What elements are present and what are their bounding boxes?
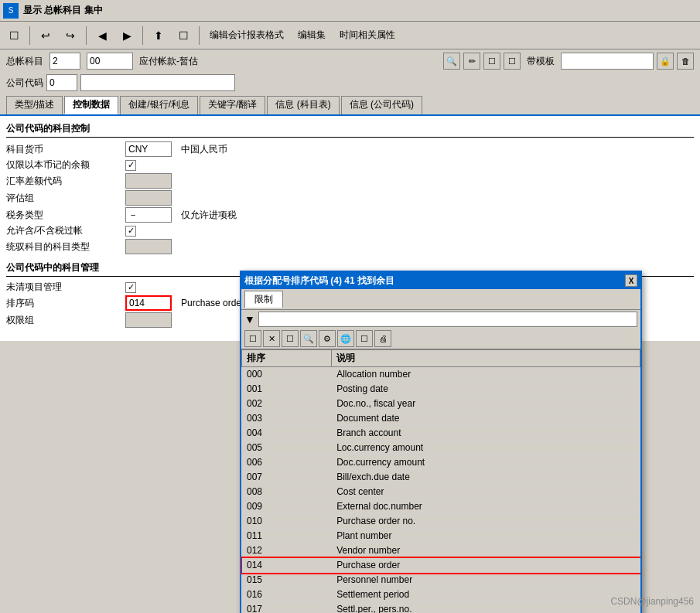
toolbar-btn-1[interactable]: ☐ — [3, 25, 25, 46]
table-row[interactable]: 012Vendor number — [242, 543, 640, 558]
separator-1 — [29, 26, 30, 45]
col-desc: 说明 — [332, 350, 640, 367]
company-code-field[interactable] — [46, 74, 77, 91]
table-row[interactable]: 005Loc.currency amount — [242, 441, 640, 455]
icon-search[interactable]: 🔍 — [443, 53, 460, 70]
modal-tool-5[interactable]: ⚙ — [319, 330, 336, 347]
tab-info-chart[interactable]: 信息 (科目表) — [267, 96, 339, 114]
sort-key-value[interactable] — [125, 295, 172, 311]
table-row[interactable]: 016Settlement period — [242, 587, 640, 602]
modal-tab-area: 限制 — [241, 289, 640, 310]
modal-title-bar: 根据分配号排序代码 (4) 41 找到余目 X — [241, 272, 640, 289]
table-row[interactable]: 004Branch account — [242, 426, 640, 441]
table-row[interactable]: 015Personnel number — [242, 573, 640, 587]
modal-tool-2[interactable]: ✕ — [263, 330, 280, 347]
tab-info-company[interactable]: 信息 (公司代码) — [341, 96, 422, 114]
separator-4 — [199, 26, 200, 45]
sort-desc-cell: Purchase order — [332, 558, 640, 573]
table-row[interactable]: 014Purchase order — [242, 558, 640, 573]
edit-set-btn[interactable]: 编辑集 — [292, 26, 331, 45]
table-row[interactable]: 009External doc.number — [242, 499, 640, 514]
icon-edit[interactable]: ✏ — [463, 53, 480, 70]
table-row[interactable]: 017Settl.per., pers.no. — [242, 602, 640, 614]
sort-desc-cell: Allocation number — [332, 367, 640, 382]
modal-tool-8[interactable]: 🖨 — [374, 330, 391, 347]
toolbar-undo[interactable]: ↩ — [35, 25, 56, 46]
tab-create-bank[interactable]: 创建/银行/利息 — [120, 96, 198, 114]
modal-toolbar: ☐ ✕ ☐ 🔍 ⚙ 🌐 ☐ 🖨 — [241, 329, 640, 349]
sort-desc-cell: Loc.currency amount — [332, 441, 640, 455]
local-currency-label: 仅限以本币记的余额 — [6, 158, 122, 172]
icon-delete[interactable]: 🗑 — [677, 53, 694, 70]
modal-tool-6[interactable]: 🌐 — [337, 330, 354, 347]
company-code-label: 公司代码 — [6, 77, 43, 90]
icon-template[interactable]: ☐ — [504, 53, 521, 70]
open-item-label: 未清项目管理 — [6, 281, 122, 294]
auth-group-value[interactable] — [125, 312, 172, 328]
section-account-control: 公司代码的科目控制 科目货币 中国人民币 仅限以本币记的余额 汇率差额代码 评估… — [6, 122, 694, 255]
tab-control-data[interactable]: 控制数据 — [64, 96, 118, 114]
eval-group-value[interactable] — [125, 190, 172, 206]
time-related-btn[interactable]: 时间相关属性 — [334, 26, 401, 45]
account-field-2[interactable] — [87, 53, 133, 70]
table-row[interactable]: 010Purchase order no. — [242, 514, 640, 529]
header-icons: 🔍 ✏ ☐ ☐ 带模板 🔒 🗑 — [443, 53, 694, 70]
table-row[interactable]: 003Document date — [242, 411, 640, 426]
modal-tool-7[interactable]: ☐ — [356, 330, 373, 347]
toolbar-page[interactable]: ☐ — [172, 25, 194, 46]
account-label: 总帐科目 — [6, 55, 43, 68]
sort-key-label: 排序码 — [6, 297, 122, 310]
open-item-checkbox[interactable] — [125, 282, 136, 293]
sort-code-cell: 011 — [242, 529, 332, 543]
toolbar-redo[interactable]: ↪ — [60, 25, 81, 46]
modal-filter-input[interactable] — [258, 312, 637, 327]
currency-value[interactable] — [125, 141, 172, 157]
table-row[interactable]: 006Doc.currency amount — [242, 455, 640, 470]
icon-lock[interactable]: 🔒 — [657, 53, 674, 70]
toolbar-next[interactable]: ▶ — [116, 25, 138, 46]
sort-desc-cell: Plant number — [332, 529, 640, 543]
eval-group-label: 评估组 — [6, 192, 122, 205]
modal-tool-4[interactable]: 🔍 — [300, 330, 317, 347]
main-toolbar: ☐ ↩ ↪ ◀ ▶ ⬆ ☐ 编辑会计报表格式 编辑集 时间相关属性 — [0, 22, 700, 49]
tax-posting-label: 允许含/不含税过帐 — [6, 224, 122, 237]
filter-icon: ▼ — [244, 313, 255, 325]
sort-code-cell: 007 — [242, 470, 332, 485]
modal-close-btn[interactable]: X — [625, 274, 637, 287]
template-input[interactable] — [561, 53, 654, 70]
sort-desc-cell: Posting date — [332, 382, 640, 397]
table-row[interactable]: 011Plant number — [242, 529, 640, 543]
modal-tool-3[interactable]: ☐ — [282, 330, 299, 347]
tab-keyword[interactable]: 关键字/翻译 — [200, 96, 265, 114]
table-row[interactable]: 000Allocation number — [242, 367, 640, 382]
sort-code-modal: 根据分配号排序代码 (4) 41 找到余目 X 限制 ▼ ☐ ✕ ☐ 🔍 ⚙ 🌐… — [240, 271, 642, 613]
modal-tab-limit[interactable]: 限制 — [244, 291, 283, 308]
account-field-1[interactable] — [50, 53, 80, 70]
reconcile-type-value[interactable] — [125, 239, 172, 254]
modal-title: 根据分配号排序代码 (4) 41 找到余目 — [244, 274, 394, 288]
sort-desc-cell: Doc.currency amount — [332, 455, 640, 470]
reconcile-type-row: 统驭科目的科目类型 — [6, 238, 694, 255]
sort-desc-cell: Document date — [332, 411, 640, 426]
sort-code-cell: 006 — [242, 455, 332, 470]
local-currency-checkbox[interactable] — [125, 160, 136, 171]
table-row[interactable]: 007Bill/exch.due date — [242, 470, 640, 485]
exchange-rate-value[interactable] — [125, 173, 172, 189]
tax-type-label: 税务类型 — [6, 209, 122, 222]
tax-posting-checkbox[interactable] — [125, 226, 136, 237]
tab-type-desc[interactable]: 类型/描述 — [6, 96, 63, 114]
tax-type-value[interactable] — [125, 207, 172, 223]
company-name-field[interactable] — [80, 74, 235, 91]
table-row[interactable]: 008Cost center — [242, 485, 640, 499]
icon-copy[interactable]: ☐ — [483, 53, 500, 70]
header-row-1: 总帐科目 应付帐款-暂估 🔍 ✏ ☐ ☐ 带模板 🔒 🗑 — [0, 49, 700, 73]
tax-type-desc: 仅允许进项税 — [181, 209, 237, 222]
toolbar-up[interactable]: ⬆ — [148, 25, 169, 46]
edit-report-format-btn[interactable]: 编辑会计报表格式 — [204, 26, 289, 45]
table-row[interactable]: 002Doc.no., fiscal year — [242, 397, 640, 411]
currency-row: 科目货币 中国人民币 — [6, 141, 694, 158]
toolbar-prev[interactable]: ◀ — [91, 25, 113, 46]
table-row[interactable]: 001Posting date — [242, 382, 640, 397]
sort-desc-cell: Settl.per., pers.no. — [332, 602, 640, 614]
modal-tool-1[interactable]: ☐ — [244, 330, 261, 347]
